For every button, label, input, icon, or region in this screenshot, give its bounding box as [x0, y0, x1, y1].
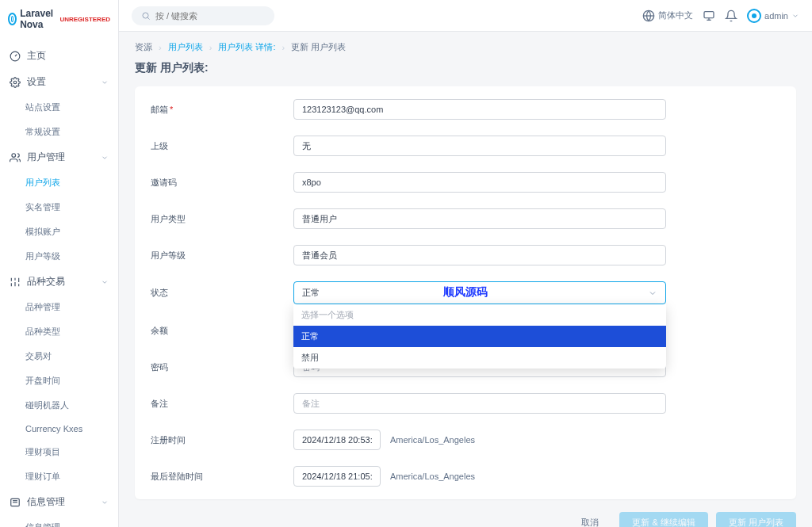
sidebar-item-home[interactable]: 主页 — [0, 43, 118, 69]
chevron-right-icon: › — [282, 43, 285, 52]
bell-icon[interactable] — [725, 10, 737, 22]
svg-point-16 — [143, 13, 148, 18]
type-field[interactable] — [293, 208, 666, 229]
lastlogin-timezone: America/Los_Angeles — [390, 472, 475, 481]
save-button[interactable]: 更新 用户列表 — [716, 512, 796, 527]
page-title: 更新 用户列表: — [135, 61, 796, 75]
breadcrumb-root: 资源 — [135, 41, 152, 53]
svg-point-0 — [13, 81, 17, 84]
breadcrumb-current: 更新 用户列表 — [291, 41, 346, 53]
parent-label: 上级 — [151, 140, 293, 152]
lastlogin-field[interactable] — [293, 466, 381, 487]
chevron-down-icon — [791, 12, 799, 20]
email-field[interactable] — [293, 99, 666, 120]
gauge-icon — [10, 51, 21, 62]
invite-field[interactable] — [293, 172, 666, 193]
breadcrumb: 资源 › 用户列表 › 用户列表 详情: › 更新 用户列表 — [135, 41, 796, 53]
sidebar-item-settings[interactable]: 设置 — [0, 69, 118, 95]
user-menu[interactable]: admin — [747, 9, 799, 23]
nav: 主页 设置 站点设置 常规设置 用户管理 用户列表 实名管理 模拟账户 用户等级… — [0, 38, 118, 527]
chevron-down-icon — [648, 288, 657, 298]
chevron-down-icon — [101, 154, 109, 162]
chevron-down-icon — [101, 498, 109, 506]
sidebar-item-variety[interactable]: 品种交易 — [0, 269, 118, 295]
search-icon — [141, 10, 151, 22]
save-continue-button[interactable]: 更新 & 继续编辑 — [619, 512, 707, 527]
chevron-right-icon: › — [209, 43, 213, 52]
status-select[interactable]: 正常 — [293, 281, 666, 304]
monitor-icon[interactable] — [703, 10, 715, 22]
status-select-value: 正常 — [302, 287, 320, 299]
logo-area: Laravel Nova UNREGISTERED — [0, 0, 118, 38]
logo-icon — [8, 13, 17, 25]
sidebar-item-variety-finance[interactable]: 理财项目 — [0, 440, 118, 464]
sidebar-item-variety-type[interactable]: 品种类型 — [0, 319, 118, 344]
form-card: 邮箱* 上级 邀请码 用户类型 用户等级 — [135, 86, 796, 499]
cancel-button[interactable]: 取消 — [569, 512, 611, 527]
regtime-timezone: America/Los_Angeles — [390, 435, 475, 445]
regtime-label: 注册时间 — [151, 434, 293, 446]
status-label: 状态 — [151, 287, 293, 299]
sidebar-item-variety-currency[interactable]: Currency Kxes — [0, 418, 118, 440]
type-label: 用户类型 — [151, 213, 293, 225]
email-label: 邮箱* — [151, 104, 293, 116]
sidebar-item-variety-open[interactable]: 开盘时间 — [0, 369, 118, 393]
regtime-field[interactable] — [293, 430, 381, 450]
sidebar-item-variety-manage[interactable]: 品种管理 — [0, 295, 118, 319]
sidebar-item-users[interactable]: 用户管理 — [0, 144, 118, 170]
users-icon — [10, 152, 21, 163]
sidebar-item-label: 信息管理 — [27, 495, 65, 509]
language-selector[interactable]: 简体中文 — [642, 10, 693, 22]
language-label: 简体中文 — [658, 10, 693, 21]
sidebar-item-variety-robot[interactable]: 碰明机器人 — [0, 393, 118, 418]
sidebar-item-label: 设置 — [27, 75, 46, 89]
invite-label: 邀请码 — [151, 177, 293, 189]
balance-label: 余额 — [151, 325, 293, 337]
chevron-right-icon: › — [159, 43, 162, 52]
level-label: 用户等级 — [151, 250, 293, 262]
sliders-icon — [10, 277, 21, 288]
sidebar-item-variety-order[interactable]: 理财订单 — [0, 464, 118, 489]
sidebar-item-variety-pair[interactable]: 交易对 — [0, 344, 118, 369]
breadcrumb-link[interactable]: 用户列表 详情: — [218, 41, 275, 53]
gear-icon — [10, 77, 21, 88]
breadcrumb-link[interactable]: 用户列表 — [168, 41, 203, 53]
lastlogin-label: 最后登陆时间 — [151, 471, 293, 483]
status-dropdown: 选择一个选项 正常 禁用 — [293, 304, 666, 369]
remark-field[interactable] — [293, 393, 666, 414]
sidebar: Laravel Nova UNREGISTERED 主页 设置 站点设置 常规设… — [0, 0, 119, 527]
sidebar-item-label: 用户管理 — [27, 151, 65, 164]
sidebar-item-users-level[interactable]: 用户等级 — [0, 244, 118, 269]
sidebar-item-info-manage[interactable]: 信息管理 — [0, 515, 118, 527]
status-option-placeholder[interactable]: 选择一个选项 — [293, 304, 666, 326]
svg-point-1 — [12, 153, 16, 157]
sidebar-item-users-list[interactable]: 用户列表 — [0, 170, 118, 195]
logo-text: Laravel Nova — [20, 8, 55, 30]
avatar-icon — [747, 9, 761, 23]
logo-unregistered: UNREGISTERED — [59, 16, 110, 23]
status-option-disabled[interactable]: 禁用 — [293, 347, 666, 369]
remark-label: 备注 — [151, 398, 293, 410]
chevron-down-icon — [101, 278, 109, 286]
status-option-normal[interactable]: 正常 — [293, 326, 666, 347]
content: 顺风源码 资源 › 用户列表 › 用户列表 详情: › 更新 用户列表 更新 用… — [119, 32, 812, 527]
sidebar-item-users-real[interactable]: 实名管理 — [0, 195, 118, 220]
sidebar-item-settings-site[interactable]: 站点设置 — [0, 95, 118, 120]
sidebar-item-label: 品种交易 — [27, 275, 65, 288]
username-label: admin — [764, 11, 788, 21]
sidebar-item-users-mock[interactable]: 模拟账户 — [0, 220, 118, 244]
sidebar-item-info[interactable]: 信息管理 — [0, 489, 118, 515]
topbar: 简体中文 admin — [119, 0, 812, 32]
newspaper-icon — [10, 497, 21, 508]
search-input[interactable] — [155, 11, 265, 21]
form-actions: 取消 更新 & 继续编辑 更新 用户列表 — [135, 512, 796, 527]
chevron-down-icon — [101, 78, 109, 86]
level-field[interactable] — [293, 245, 666, 265]
global-search[interactable] — [132, 6, 274, 25]
main: 简体中文 admin 顺风源码 资源 › 用户列表 › 用户列表 详情: › — [119, 0, 812, 527]
globe-icon — [642, 10, 655, 22]
parent-field[interactable] — [293, 136, 666, 156]
svg-rect-20 — [704, 11, 714, 17]
svg-line-17 — [147, 17, 149, 19]
sidebar-item-settings-general[interactable]: 常规设置 — [0, 120, 118, 144]
